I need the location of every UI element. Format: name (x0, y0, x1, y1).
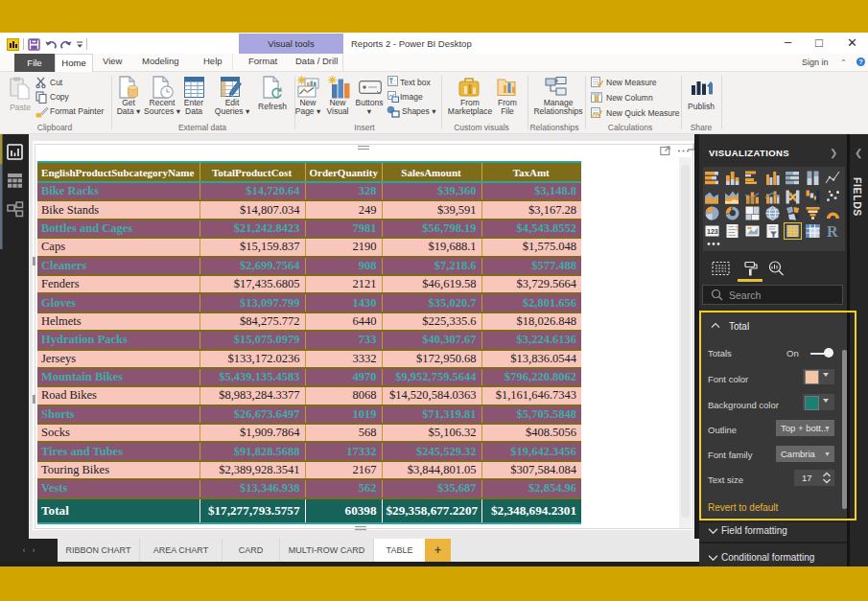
svg-text:R: R (827, 223, 838, 240)
svg-text:123: 123 (707, 228, 718, 235)
